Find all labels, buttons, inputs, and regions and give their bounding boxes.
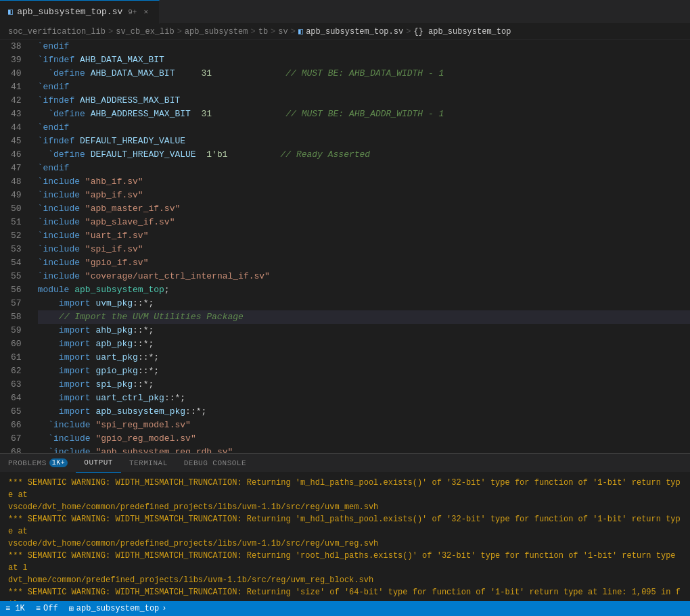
token (69, 283, 74, 297)
code-line: `ifndef AHB_ADDRESS_MAX_BIT (38, 94, 690, 108)
token (80, 202, 85, 216)
code-container[interactable]: 3839404142434445464748495051525354555657… (0, 40, 690, 453)
code-line: import ahb_pkg::*; (38, 324, 690, 337)
status-bar: ≡ 1K ≡ Off ⊞ apb_subsystem_top › (0, 601, 690, 616)
token: uart_pkg (95, 351, 137, 364)
panel-tab-badge: 1K+ (49, 458, 68, 467)
breadcrumb-item-5[interactable]: sv (278, 27, 288, 37)
line-number: 38 (11, 40, 22, 53)
token: ahb_pkg (95, 324, 133, 337)
line-number: 49 (11, 189, 22, 202)
breadcrumb-item-6[interactable]: apb_subsystem_top.sv (306, 27, 403, 37)
token: import (59, 378, 91, 392)
token: import (59, 392, 91, 405)
output-content: *** SEMANTIC WARNING: WIDTH_MISMATCH_TRU… (0, 473, 690, 601)
output-line: vscode/dvt_home/common/predefined_projec… (8, 538, 682, 550)
line-number: 63 (11, 378, 22, 392)
token (91, 324, 96, 337)
breadcrumb-item-4[interactable]: tb (258, 27, 268, 37)
token (91, 432, 96, 446)
token (80, 216, 85, 229)
line-number: 59 (11, 324, 22, 337)
status-module-icon: ⊞ (69, 604, 74, 614)
token (38, 310, 59, 324)
line-number: 52 (11, 229, 22, 243)
panel-tab-terminal[interactable]: TERMINAL (121, 454, 176, 473)
line-number: 61 (11, 351, 22, 364)
code-line: `ifndef DEFAULT_HREADY_VALUE (38, 135, 690, 148)
token (91, 392, 96, 405)
token: "uart_if.sv" (85, 229, 149, 243)
token (74, 135, 80, 148)
token (38, 419, 49, 432)
token: ::*; (133, 337, 154, 351)
output-line: *** SEMANTIC WARNING: WIDTH_MISMATCH_TRU… (8, 586, 682, 601)
code-line: // Import the UVM Utilities Package (38, 310, 690, 324)
token (85, 148, 91, 162)
token: `include (38, 243, 80, 256)
token (85, 67, 91, 80)
token (91, 337, 96, 351)
panel-tab-output[interactable]: OUTPUT (76, 454, 121, 473)
code-line: `endif (38, 80, 690, 94)
breadcrumb-item-7[interactable]: {} apb_subsystem_top (413, 27, 511, 37)
output-line: dvt_home/common/predefined_projects/libs… (8, 574, 682, 586)
token (91, 364, 96, 378)
file-icon: ◧ (8, 7, 13, 17)
code-line: `include "spi_if.sv" (38, 243, 690, 256)
token: `include (38, 270, 80, 283)
code-line: `include "apb_master_if.sv" (38, 202, 690, 216)
token: `include (38, 256, 80, 270)
token (80, 256, 85, 270)
token (38, 378, 59, 392)
token (38, 432, 49, 446)
code-line: import apb_subsystem_pkg::*; (38, 405, 690, 419)
code-line: `define AHB_ADDRESS_MAX_BIT 31 // MUST B… (38, 108, 690, 121)
code-line: `include "apb_if.sv" (38, 189, 690, 202)
token: uart_ctrl_pkg (95, 392, 164, 405)
line-number: 43 (11, 108, 22, 121)
tab-close-button[interactable]: × (141, 7, 151, 18)
code-line: `endif (38, 40, 690, 53)
token (38, 67, 49, 80)
token (80, 270, 85, 283)
breadcrumb-sep-5: > (291, 27, 296, 37)
breadcrumb-item-2[interactable]: sv_cb_ex_lib (116, 27, 174, 37)
code-content[interactable]: `endif`ifndef AHB_DATA_MAX_BIT `define A… (27, 40, 690, 453)
token: `ifndef (38, 94, 75, 108)
breadcrumb-item-3[interactable]: apb_subsystem (185, 27, 248, 37)
panel-tab-debug-console[interactable]: DEBUG CONSOLE (176, 454, 254, 473)
token: "apb_subsystem_reg_rdb.sv" (95, 446, 233, 453)
token: 31 (201, 108, 212, 121)
token: "ahb_if.sv" (85, 175, 143, 189)
token (38, 108, 49, 121)
token: import (59, 351, 91, 364)
token (38, 446, 49, 453)
token (38, 392, 59, 405)
tab-apb-subsystem-top[interactable]: ◧ apb_subsystem_top.sv 9+ × (0, 0, 160, 24)
token (85, 108, 91, 121)
line-number: 54 (11, 256, 22, 270)
token: ::*; (185, 405, 206, 419)
token: ::*; (138, 351, 159, 364)
token (212, 108, 285, 121)
code-line: `ifndef AHB_DATA_MAX_BIT (38, 53, 690, 67)
token: import (59, 297, 91, 310)
token: `endif (38, 40, 70, 53)
tab-bar: ◧ apb_subsystem_top.sv 9+ × (0, 0, 690, 24)
token: "gpio_reg_model.sv" (95, 432, 196, 446)
token (80, 189, 85, 202)
token: `include (38, 189, 80, 202)
token: `include (38, 216, 80, 229)
token (38, 324, 59, 337)
breadcrumb-item-1[interactable]: soc_verification_lib (8, 27, 106, 37)
token: "apb_slave_if.sv" (85, 216, 175, 229)
token: import (59, 405, 91, 419)
code-line: `define DEFAULT_HREADY_VALUE 1'b1 // Rea… (38, 148, 690, 162)
panel-tab-problems[interactable]: PROBLEMS1K+ (0, 454, 76, 473)
token: `include (38, 175, 80, 189)
code-line: import uart_ctrl_pkg::*; (38, 392, 690, 405)
code-line: `include "gpio_reg_model.sv" (38, 432, 690, 446)
token (91, 405, 96, 419)
code-line: import apb_pkg::*; (38, 337, 690, 351)
